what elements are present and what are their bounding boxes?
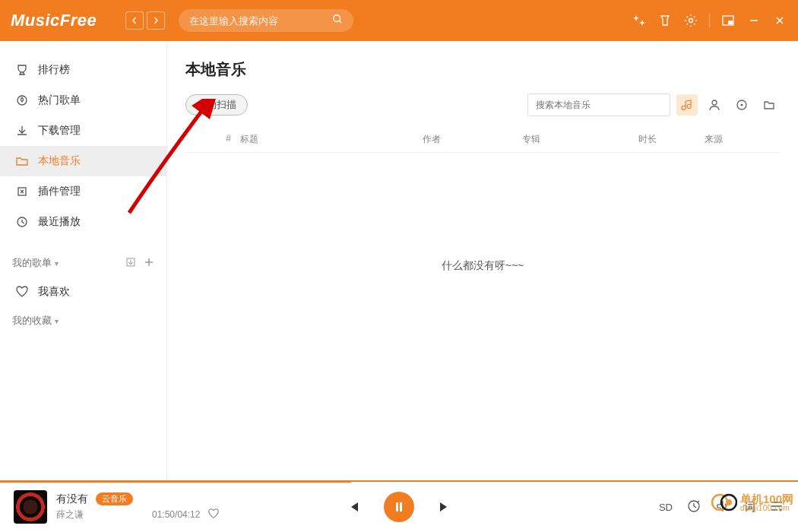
player-bar: 有没有 云音乐 薛之谦 01:50/04:12 SD 词: [0, 480, 798, 532]
source-badge: 云音乐: [96, 492, 133, 505]
prev-button[interactable]: [344, 499, 361, 515]
search-icon: [332, 14, 343, 27]
sidebar-section-collection[interactable]: 我的收藏▾: [0, 307, 166, 334]
close-icon[interactable]: [772, 13, 787, 28]
folder-icon: [15, 154, 29, 168]
svg-point-12: [741, 104, 743, 106]
table-header: # 标题 作者 专辑 时长 来源: [185, 127, 780, 153]
volume-icon[interactable]: [715, 499, 730, 516]
sidebar-item-download[interactable]: 下载管理: [0, 116, 166, 146]
pause-button[interactable]: [384, 492, 414, 522]
download-icon: [15, 124, 29, 138]
col-index: #: [195, 133, 240, 146]
header-divider: [709, 14, 710, 27]
svg-rect-13: [396, 502, 398, 511]
svg-line-1: [340, 21, 342, 24]
global-search-input[interactable]: [189, 15, 332, 27]
sidebar-item-label: 最近播放: [38, 215, 81, 229]
mini-mode-icon[interactable]: [720, 13, 736, 28]
import-icon[interactable]: [125, 257, 136, 270]
sidebar-item-hot[interactable]: 热门歌单: [0, 85, 166, 116]
svg-rect-14: [400, 502, 402, 511]
sidebar-item-label: 下载管理: [38, 124, 81, 138]
lyrics-button[interactable]: 词: [744, 500, 755, 515]
sidebar-item-label: 热门歌单: [38, 93, 81, 107]
col-author: 作者: [423, 133, 522, 146]
col-album: 专辑: [522, 133, 638, 146]
settings-icon[interactable]: [683, 13, 698, 28]
progress-bar[interactable]: [0, 481, 798, 483]
hot-icon: [15, 93, 29, 107]
sidebar-section-playlist[interactable]: 我的歌单▾: [0, 249, 166, 277]
chevron-down-icon: ▾: [55, 317, 59, 325]
nav-forward-button[interactable]: [147, 11, 165, 30]
album-view-icon[interactable]: [731, 94, 752, 116]
chevron-down-icon: ▾: [55, 259, 59, 268]
favorite-heart-icon[interactable]: [207, 508, 220, 522]
nav-back-button[interactable]: [125, 11, 144, 30]
sidebar-item-favorite[interactable]: 我喜欢: [0, 277, 166, 307]
artist-view-icon[interactable]: [704, 94, 725, 116]
sparkle-icon[interactable]: [632, 13, 647, 28]
page-title: 本地音乐: [185, 59, 780, 80]
total-time: 04:12: [177, 509, 200, 520]
track-title: 有没有: [56, 492, 88, 506]
sidebar-item-label: 本地音乐: [38, 154, 81, 168]
svg-rect-4: [728, 21, 733, 24]
sidebar-item-label: 我喜欢: [38, 285, 70, 299]
sidebar-item-label: 插件管理: [38, 185, 81, 198]
auto-scan-button[interactable]: 自动扫描: [185, 94, 248, 116]
sidebar-item-local[interactable]: 本地音乐: [0, 146, 166, 176]
svg-point-2: [689, 19, 693, 23]
col-duration: 时长: [638, 133, 705, 146]
sidebar-item-label: 排行榜: [38, 63, 70, 77]
minimize-icon[interactable]: [746, 13, 762, 28]
sidebar-item-ranking[interactable]: 排行榜: [0, 55, 166, 85]
clock-icon: [15, 215, 29, 229]
empty-state: 什么都没有呀~~~: [185, 153, 780, 480]
album-art[interactable]: [14, 490, 47, 524]
sidebar-item-recent[interactable]: 最近播放: [0, 207, 166, 237]
local-search-input[interactable]: [527, 93, 670, 116]
theme-icon[interactable]: [657, 13, 673, 28]
main-content: 本地音乐 自动扫描 # 标题 作者 专辑 时长 来源 什么都没有呀~~~: [167, 41, 798, 480]
svg-point-16: [780, 508, 782, 511]
speed-icon[interactable]: [686, 499, 701, 516]
heart-icon: [15, 285, 29, 299]
sidebar-item-plugin[interactable]: 插件管理: [0, 176, 166, 207]
trophy-icon: [15, 63, 29, 77]
col-source: 来源: [705, 133, 771, 146]
playlist-icon[interactable]: [769, 499, 784, 516]
svg-point-0: [334, 15, 340, 22]
header: MusicFree: [0, 0, 798, 41]
music-view-icon[interactable]: [676, 94, 698, 116]
add-icon[interactable]: [144, 257, 154, 270]
sidebar: 排行榜 热门歌单 下载管理 本地音乐 插件管理 最近播放 我的歌单▾: [0, 41, 167, 480]
col-title: 标题: [240, 133, 423, 146]
svg-point-6: [17, 96, 27, 105]
folder-view-icon[interactable]: [758, 94, 780, 116]
global-search-box[interactable]: [179, 9, 353, 32]
elapsed-time: 01:50: [152, 509, 175, 520]
app-title: MusicFree: [11, 11, 97, 30]
next-button[interactable]: [437, 499, 454, 515]
track-artist: 薛之谦: [56, 508, 84, 521]
svg-point-10: [712, 100, 717, 105]
quality-label[interactable]: SD: [659, 502, 673, 513]
plugin-icon: [15, 185, 29, 198]
